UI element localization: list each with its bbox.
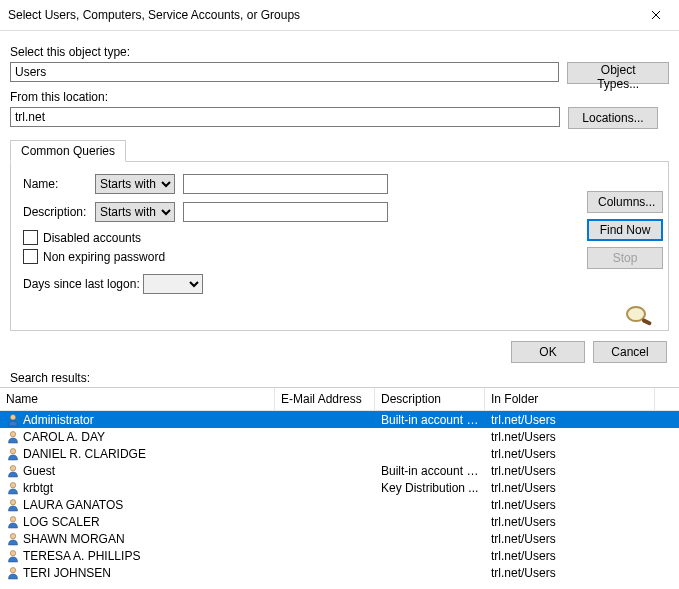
user-icon: [6, 413, 20, 427]
checkbox-icon: [23, 230, 38, 245]
location-label: From this location:: [10, 90, 669, 104]
disabled-accounts-label: Disabled accounts: [43, 231, 141, 245]
svg-point-6: [10, 482, 15, 487]
action-row: OK Cancel: [0, 331, 679, 369]
cell-folder: trl.net/Users: [485, 464, 655, 478]
content-area: Select this object type: Users Object Ty…: [0, 31, 679, 331]
window-title: Select Users, Computers, Service Account…: [8, 8, 300, 22]
disabled-accounts-checkbox[interactable]: Disabled accounts: [23, 230, 656, 245]
cell-name: LOG SCALER: [0, 515, 275, 529]
object-type-field[interactable]: Users: [10, 62, 559, 82]
cancel-button[interactable]: Cancel: [593, 341, 667, 363]
cell-description: Built-in account f...: [375, 413, 485, 427]
user-icon: [6, 549, 20, 563]
tab-container: Common Queries Name: Starts with Descrip…: [10, 139, 669, 331]
checkbox-icon: [23, 249, 38, 264]
table-row[interactable]: DANIEL R. CLARIDGEtrl.net/Users: [0, 445, 679, 462]
cell-folder: trl.net/Users: [485, 413, 655, 427]
svg-rect-1: [641, 318, 652, 326]
table-row[interactable]: TERESA A. PHILLIPStrl.net/Users: [0, 547, 679, 564]
cell-name: Guest: [0, 464, 275, 478]
tab-body: Name: Starts with Description: Starts wi…: [10, 161, 669, 331]
non-expiring-label: Non expiring password: [43, 250, 165, 264]
user-icon: [6, 532, 20, 546]
right-button-column: Columns... Find Now Stop: [587, 191, 667, 269]
table-row[interactable]: SHAWN MORGANtrl.net/Users: [0, 530, 679, 547]
user-icon: [6, 498, 20, 512]
column-header-email[interactable]: E-Mail Address: [275, 388, 375, 410]
cell-name: CAROL A. DAY: [0, 430, 275, 444]
stop-button[interactable]: Stop: [587, 247, 663, 269]
svg-point-11: [10, 567, 15, 572]
cell-name: DANIEL R. CLARIDGE: [0, 447, 275, 461]
cell-description: Key Distribution ...: [375, 481, 485, 495]
cell-folder: trl.net/Users: [485, 430, 655, 444]
table-row[interactable]: krbtgtKey Distribution ...trl.net/Users: [0, 479, 679, 496]
search-icon: [623, 303, 655, 332]
cell-name: TERESA A. PHILLIPS: [0, 549, 275, 563]
user-icon: [6, 430, 20, 444]
cell-folder: trl.net/Users: [485, 481, 655, 495]
svg-point-9: [10, 533, 15, 538]
days-label: Days since last logon:: [23, 277, 143, 291]
cell-description: Built-in account f...: [375, 464, 485, 478]
user-icon: [6, 566, 20, 580]
days-select[interactable]: [143, 274, 203, 294]
cell-folder: trl.net/Users: [485, 498, 655, 512]
find-now-button[interactable]: Find Now: [587, 219, 663, 241]
user-icon: [6, 464, 20, 478]
location-value: trl.net: [15, 110, 45, 124]
cell-name: Administrator: [0, 413, 275, 427]
svg-point-0: [627, 307, 645, 321]
cell-folder: trl.net/Users: [485, 549, 655, 563]
tab-common-queries[interactable]: Common Queries: [10, 140, 126, 162]
svg-point-3: [10, 431, 15, 436]
name-input[interactable]: [183, 174, 388, 194]
svg-point-10: [10, 550, 15, 555]
locations-button[interactable]: Locations...: [568, 107, 658, 129]
columns-button[interactable]: Columns...: [587, 191, 663, 213]
dialog-window: Select Users, Computers, Service Account…: [0, 0, 679, 589]
name-mode-select[interactable]: Starts with: [95, 174, 175, 194]
object-type-value: Users: [15, 65, 46, 79]
table-row[interactable]: AdministratorBuilt-in account f...trl.ne…: [0, 411, 679, 428]
table-row[interactable]: GuestBuilt-in account f...trl.net/Users: [0, 462, 679, 479]
svg-point-5: [10, 465, 15, 470]
table-row[interactable]: LAURA GANATOStrl.net/Users: [0, 496, 679, 513]
column-header-name[interactable]: Name: [0, 388, 275, 410]
non-expiring-checkbox[interactable]: Non expiring password: [23, 249, 656, 264]
table-row[interactable]: TERI JOHNSENtrl.net/Users: [0, 564, 679, 581]
cell-name: LAURA GANATOS: [0, 498, 275, 512]
name-label: Name:: [23, 177, 95, 191]
cell-name: SHAWN MORGAN: [0, 532, 275, 546]
table-row[interactable]: LOG SCALERtrl.net/Users: [0, 513, 679, 530]
description-mode-select[interactable]: Starts with: [95, 202, 175, 222]
object-type-label: Select this object type:: [10, 45, 669, 59]
grid-header: Name E-Mail Address Description In Folde…: [0, 388, 679, 411]
svg-point-2: [10, 414, 15, 419]
results-grid: Name E-Mail Address Description In Folde…: [0, 387, 679, 589]
object-types-button[interactable]: Object Types...: [567, 62, 669, 84]
table-row[interactable]: CAROL A. DAYtrl.net/Users: [0, 428, 679, 445]
titlebar: Select Users, Computers, Service Account…: [0, 0, 679, 31]
svg-point-4: [10, 448, 15, 453]
description-label: Description:: [23, 205, 95, 219]
cell-folder: trl.net/Users: [485, 447, 655, 461]
close-button[interactable]: [641, 0, 671, 30]
location-field[interactable]: trl.net: [10, 107, 560, 127]
cell-folder: trl.net/Users: [485, 566, 655, 580]
user-icon: [6, 447, 20, 461]
cell-name: TERI JOHNSEN: [0, 566, 275, 580]
user-icon: [6, 481, 20, 495]
grid-body: AdministratorBuilt-in account f...trl.ne…: [0, 411, 679, 589]
user-icon: [6, 515, 20, 529]
close-icon: [651, 10, 661, 20]
cell-folder: trl.net/Users: [485, 532, 655, 546]
cell-name: krbtgt: [0, 481, 275, 495]
column-header-description[interactable]: Description: [375, 388, 485, 410]
cell-folder: trl.net/Users: [485, 515, 655, 529]
description-input[interactable]: [183, 202, 388, 222]
column-header-folder[interactable]: In Folder: [485, 388, 655, 410]
ok-button[interactable]: OK: [511, 341, 585, 363]
results-label: Search results:: [0, 369, 679, 387]
